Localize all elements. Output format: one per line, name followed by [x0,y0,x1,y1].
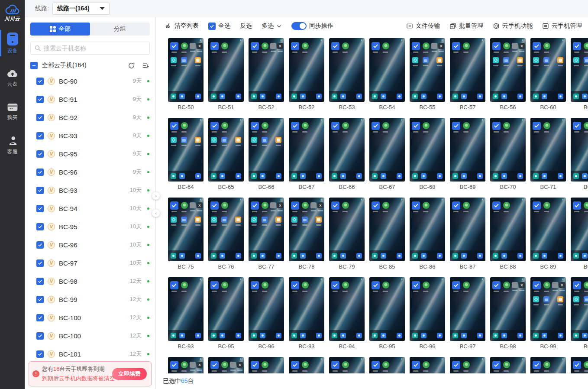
phone-card[interactable]: ···▮·BC-94 [329,277,365,351]
phone-card[interactable]: ···▮·BC-69 [450,118,485,192]
phone-screen[interactable]: ···▮· [450,38,485,102]
device-row[interactable]: VBC-9510天 [25,217,155,236]
device-row[interactable]: VBC-959天 [25,145,155,163]
phone-screen[interactable]: ···▮·X [490,38,526,102]
phone-screen[interactable]: ···▮·X [289,198,324,261]
phone-card[interactable]: ···▮·XBC-99 [530,277,566,351]
phone-screen[interactable]: ···▮· [329,118,365,182]
phone-screen[interactable]: ···▮· [249,277,284,341]
device-checkbox[interactable] [36,150,44,158]
phone-card[interactable]: ···▮·BC-66 [249,118,284,192]
phone-screen[interactable]: ···▮· [369,277,405,341]
device-row[interactable]: VBC-10112天 [25,345,155,363]
device-checkbox[interactable] [36,205,44,212]
phone-card[interactable]: ···▮·BC-68 [410,118,445,192]
cloud-phone-manage-button[interactable]: 云手机管理 [542,22,582,30]
phone-screen[interactable]: ···▮· [329,38,365,102]
phone-card[interactable]: ···▮·XBC-77 [249,198,284,272]
phone-screen[interactable]: ···▮·X [530,277,566,341]
device-row[interactable]: VBC-919天 [25,90,155,108]
phone-card[interactable]: ···▮·BC-87 [450,198,485,272]
phone-card[interactable]: ···▮·BC- [571,277,588,351]
phone-card[interactable]: ···▮·BC-60 [530,38,566,112]
phone-screen[interactable]: ···▮· [450,277,485,341]
invert-selection-button[interactable]: 反选 [240,22,252,30]
phone-screen[interactable]: ···▮· [249,118,284,182]
phone-screen[interactable]: ···▮· [289,38,324,102]
phone-screen[interactable]: ···▮·X [168,198,204,261]
renew-now-button[interactable]: 立即续费 [112,368,147,380]
phone-card[interactable]: ···▮·BC-95 [208,277,244,351]
phone-screen[interactable]: ···▮· [329,198,365,261]
multi-select-dropdown[interactable]: 多选 [262,22,282,30]
device-row[interactable]: VBC-9410天 [25,199,155,217]
phone-screen[interactable]: ···▮· [530,198,566,261]
phone-card[interactable]: ···▮·BC-52 [289,38,324,112]
phone-card[interactable]: ···▮·BC-67 [369,118,405,192]
phone-screen[interactable]: ···▮· [571,118,588,182]
phone-card[interactable]: ···▮·BC-64 [168,118,204,192]
phone-card[interactable]: ···▮·BC-93 [168,277,204,351]
device-row[interactable]: VBC-9912天 [25,290,155,308]
phone-card[interactable]: ···▮·XBC-98 [490,277,526,351]
phone-card[interactable]: ···▮·BC-66 [329,118,365,192]
phone-card[interactable]: ···▮·BC-67 [289,118,324,192]
cloud-phone-functions-button[interactable]: 云手机功能 [493,22,533,30]
select-all-group-checkbox[interactable] [30,62,38,69]
device-row[interactable]: VBC-969天 [25,163,155,181]
panel-collapse-handle[interactable]: ‹ [152,209,160,217]
phone-card[interactable]: ···▮·BC-96 [249,277,284,351]
device-checkbox[interactable] [36,332,44,340]
phone-screen[interactable]: ···▮· [530,118,566,182]
device-checkbox[interactable] [36,259,44,267]
device-row[interactable]: VBC-9310天 [25,181,155,199]
phone-card[interactable]: ···▮·XBC-75 [168,198,204,272]
phone-card[interactable]: ···▮·BC-86 [410,198,445,272]
phone-card[interactable]: ···▮·BC-97 [450,277,485,351]
device-checkbox[interactable] [36,223,44,230]
phone-screen[interactable]: ···▮· [168,277,204,341]
phone-card[interactable]: ···▮·BC-70 [490,118,526,192]
device-row[interactable]: VBC-939天 [25,126,155,145]
phone-card[interactable]: ···▮·BC- [571,118,588,192]
phone-screen[interactable]: ···▮· [369,118,405,182]
file-transfer-button[interactable]: 文件传输 [406,22,440,30]
phone-screen[interactable]: ···▮· [369,198,405,261]
device-checkbox[interactable] [36,187,44,194]
device-row[interactable]: VBC-9610天 [25,236,155,254]
device-checkbox[interactable] [36,314,44,321]
phone-card[interactable]: ···▮·BC- [571,198,588,272]
phone-card[interactable]: ···▮·BC-54 [369,38,405,112]
tab-all[interactable]: 全部 [30,23,90,36]
phone-screen[interactable]: ···▮· [168,118,204,182]
device-checkbox[interactable] [36,350,44,358]
device-checkbox[interactable] [36,114,44,121]
select-all-control[interactable]: 全选 [208,22,230,30]
device-checkbox[interactable] [36,296,44,303]
phone-screen[interactable]: ···▮· [490,198,526,261]
line-select[interactable]: 线路一(164) [52,3,110,15]
search-input[interactable] [30,42,150,55]
phone-screen[interactable]: ···▮· [490,118,526,182]
phone-card[interactable]: ···▮·BC-88 [490,198,526,272]
phone-screen[interactable]: ···▮· [571,38,588,102]
phone-screen[interactable]: ···▮· [450,118,485,182]
device-checkbox[interactable] [36,169,44,176]
device-checkbox[interactable] [36,132,44,139]
phone-screen[interactable]: ···▮· [571,277,588,341]
sidebar-item-cloud-disk[interactable]: 云盘 [0,64,25,91]
phone-card[interactable]: ···▮·XBC-55 [410,38,445,112]
phone-card[interactable]: ···▮·BC-95 [369,277,405,351]
phone-card[interactable]: ···▮·BC-89 [530,198,566,272]
device-row[interactable]: VBC-10012天 [25,308,155,327]
phone-screen[interactable]: ···▮·X [490,277,526,341]
panel-expand-handle[interactable]: › [152,192,160,200]
phone-card[interactable]: ···▮·BC-76 [208,198,244,272]
phone-screen[interactable]: ···▮·X [168,38,204,102]
phone-card[interactable]: ···▮·BC-79 [329,198,365,272]
sort-list-icon[interactable] [142,62,150,69]
device-row[interactable]: VBC-909天 [25,72,155,90]
phone-screen[interactable]: ···▮· [410,277,445,341]
clear-list-button[interactable]: 清空列表 [165,22,199,30]
phone-screen[interactable]: ···▮·X [249,38,284,102]
